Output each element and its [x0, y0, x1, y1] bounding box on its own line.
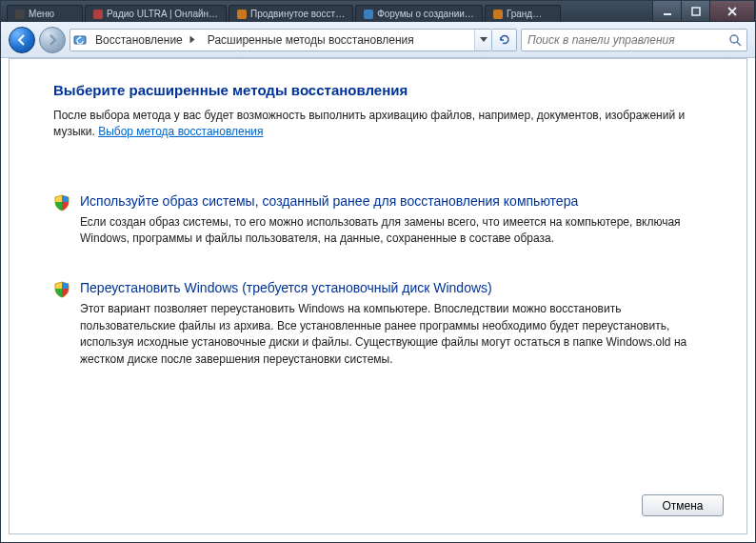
option-description: Если создан образ системы, то его можно … — [80, 214, 695, 248]
breadcrumb-dropdown[interactable] — [474, 30, 491, 50]
option-title: Переустановить Windows (требуется устано… — [80, 279, 695, 297]
favicon-icon — [237, 10, 247, 19]
breadcrumb-segment-0[interactable]: Восстановление — [90, 30, 202, 50]
explorer-window: Меню Радио ULTRA | Онлайн… Продвинутое в… — [0, 0, 756, 543]
intro-link[interactable]: Выбор метода восстановления — [98, 125, 263, 138]
uac-shield-icon — [53, 281, 70, 367]
tab-label: Форумы о создании… — [377, 7, 474, 22]
close-button[interactable] — [709, 1, 755, 22]
svg-rect-1 — [692, 8, 700, 15]
tab-4[interactable]: Гранд… — [485, 5, 561, 22]
tab-label: Меню — [29, 7, 54, 22]
titlebar: Меню Радио ULTRA | Онлайн… Продвинутое в… — [1, 1, 755, 22]
option-description: Этот вариант позволяет переустановить Wi… — [80, 301, 695, 368]
svg-line-4 — [737, 42, 741, 46]
tab-3[interactable]: Форумы о создании… — [355, 5, 483, 22]
navigation-toolbar: Восстановление Расширенные методы восста… — [1, 22, 755, 58]
search-icon — [728, 33, 742, 47]
arrow-right-icon — [46, 33, 59, 47]
chevron-down-icon — [480, 37, 487, 42]
search-input[interactable] — [522, 33, 724, 47]
minimize-button[interactable] — [652, 1, 681, 22]
favicon-icon — [493, 10, 503, 19]
recovery-icon — [70, 33, 90, 47]
back-button[interactable] — [9, 27, 35, 53]
chevron-right-icon — [189, 36, 194, 44]
search-box[interactable] — [521, 29, 747, 51]
page-title: Выберите расширенные методы восстановлен… — [53, 82, 703, 98]
refresh-button[interactable] — [492, 29, 517, 51]
window-controls — [652, 1, 755, 22]
refresh-icon — [498, 33, 511, 47]
maximize-icon — [691, 7, 701, 16]
svg-point-3 — [730, 35, 738, 43]
button-row: Отмена — [642, 494, 724, 516]
breadcrumb-bar[interactable]: Восстановление Расширенные методы восста… — [70, 29, 492, 51]
tab-label: Гранд… — [507, 7, 542, 22]
option-title: Используйте образ системы, созданный ран… — [80, 192, 695, 211]
search-button[interactable] — [724, 33, 746, 47]
favicon-icon — [93, 10, 103, 19]
intro-text: После выбора метода у вас будет возможно… — [53, 108, 703, 141]
tab-label: Радио ULTRA | Онлайн… — [107, 7, 218, 22]
breadcrumb-segment-1[interactable]: Расширенные методы восстановления — [202, 30, 420, 50]
recovery-options: Используйте образ системы, созданный ран… — [53, 192, 703, 368]
breadcrumb-label: Восстановление — [95, 33, 183, 47]
arrow-left-icon — [15, 33, 29, 47]
maximize-button[interactable] — [681, 1, 709, 22]
option-system-image[interactable]: Используйте образ системы, созданный ран… — [53, 192, 703, 248]
favicon-icon — [364, 10, 373, 19]
tab-label: Продвинутое восст… — [250, 7, 345, 22]
forward-button[interactable] — [39, 27, 66, 53]
cancel-button[interactable]: Отмена — [642, 494, 724, 516]
tab-0[interactable]: Меню — [7, 5, 83, 22]
tab-1[interactable]: Радио ULTRA | Онлайн… — [85, 5, 227, 22]
breadcrumb-label: Расширенные методы восстановления — [208, 33, 414, 47]
content-pane: Выберите расширенные методы восстановлен… — [9, 58, 747, 534]
minimize-icon — [663, 7, 672, 16]
svg-rect-0 — [664, 13, 671, 15]
option-reinstall-windows[interactable]: Переустановить Windows (требуется устано… — [53, 279, 703, 367]
favicon-icon — [15, 10, 25, 19]
browser-tabs: Меню Радио ULTRA | Онлайн… Продвинутое в… — [1, 1, 652, 22]
tab-2[interactable]: Продвинутое восст… — [229, 5, 353, 22]
close-icon — [726, 7, 738, 16]
uac-shield-icon — [53, 194, 70, 248]
